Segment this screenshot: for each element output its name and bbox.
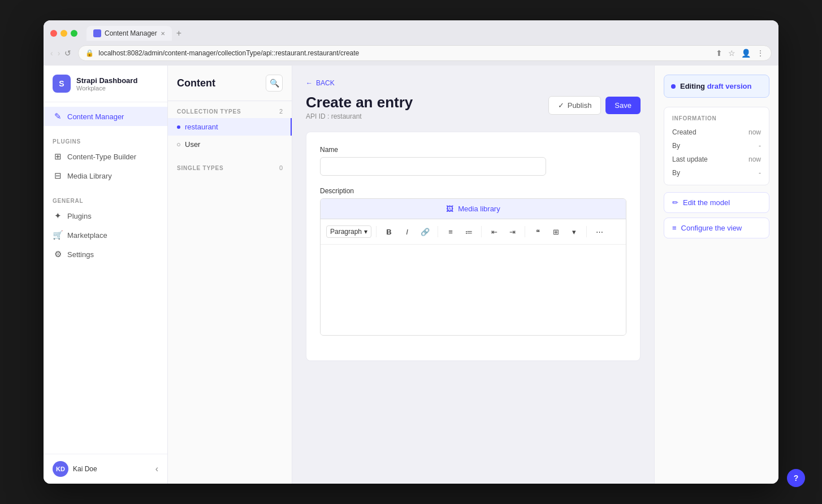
page-header: Create an entry API ID : restaurant ✓ Pu… [306, 94, 641, 120]
media-library-icon: ⊟ [53, 171, 63, 181]
media-library-icon: 🖼 [446, 205, 453, 213]
by-label: By [672, 142, 680, 150]
name-label: Name [320, 146, 626, 154]
refresh-nav-button[interactable]: ↺ [64, 49, 71, 58]
page-subtitle: API ID : restaurant [306, 112, 413, 120]
configure-view-button[interactable]: ≡ Configure the view [664, 218, 769, 238]
forward-nav-button[interactable]: › [58, 49, 60, 58]
more-button[interactable]: ⋯ [591, 224, 607, 240]
configure-view-icon: ≡ [672, 224, 677, 232]
quote-icon: ❝ [536, 228, 540, 236]
edit-model-button[interactable]: ✏ Edit the model [664, 192, 769, 213]
by-row: By - [672, 142, 761, 150]
minimize-button[interactable] [60, 30, 67, 37]
sidebar-nav-main: ✎ Content Manager [44, 102, 167, 131]
sidebar-item-media-library[interactable]: ⊟ Media Library [44, 166, 167, 185]
url-text: localhost:8082/admin/content-manager/col… [98, 49, 711, 57]
description-field-group: Description 🖼 Media library Paragraph ▾ [320, 187, 626, 336]
single-types-label: SINGLE TYPES [177, 165, 223, 171]
sidebar-item-plugins[interactable]: ✦ Plugins [44, 206, 167, 225]
ordered-list-button[interactable]: ≔ [461, 224, 477, 240]
sidebar-item-label-ctb: Content-Type Builder [67, 153, 136, 161]
sidebar-item-settings[interactable]: ⚙ Settings [44, 245, 167, 264]
toolbar-separator-5 [586, 226, 587, 237]
table-button[interactable]: ⊞ [548, 224, 564, 240]
media-library-button[interactable]: 🖼 Media library [321, 199, 626, 219]
back-link[interactable]: ← BACK [306, 79, 641, 87]
check-icon: ✓ [558, 101, 564, 110]
name-field-group: Name [320, 146, 626, 176]
publish-button[interactable]: ✓ Publish [548, 96, 602, 115]
by2-row: By - [672, 169, 761, 177]
collapse-sidebar-button[interactable]: ‹ [155, 464, 158, 474]
address-bar[interactable]: 🔒 localhost:8082/admin/content-manager/c… [78, 45, 772, 61]
collection-types-count: 2 [279, 108, 283, 115]
user-initials: KD [56, 466, 65, 472]
rich-text-editor: 🖼 Media library Paragraph ▾ B I [320, 198, 626, 336]
sidebar-header: S Strapi Dashboard Workplace [44, 66, 167, 102]
main-content: ← BACK Create an entry API ID : restaura… [292, 66, 654, 484]
last-update-label: Last update [672, 155, 708, 163]
italic-icon: I [406, 228, 408, 236]
indent-less-icon: ⇤ [491, 228, 497, 236]
toolbar-separator-2 [438, 226, 438, 237]
sidebar-plugins-section: PLUGINS ⊞ Content-Type Builder ⊟ Media L… [44, 131, 167, 190]
draft-text: Editing draft version [680, 82, 751, 90]
content-type-builder-icon: ⊞ [53, 151, 63, 162]
page-title: Create an entry [306, 94, 413, 111]
draft-dot [671, 84, 676, 89]
sidebar-footer: KD Kai Doe ‹ [44, 454, 167, 484]
user-name: Kai Doe [73, 465, 151, 473]
save-button[interactable]: Save [605, 97, 641, 114]
sidebar-item-content-manager[interactable]: ✎ Content Manager [44, 107, 167, 126]
link-button[interactable]: 🔗 [417, 224, 433, 240]
indent-more-icon: ⇥ [509, 228, 516, 236]
editor-body[interactable] [321, 245, 626, 335]
single-types-count: 0 [279, 164, 283, 171]
maximize-button[interactable] [71, 30, 77, 37]
back-nav-button[interactable]: ‹ [50, 49, 53, 58]
close-button[interactable] [50, 30, 57, 37]
collection-item-label-user: User [185, 140, 200, 149]
back-arrow-icon: ← [306, 79, 313, 87]
sidebar-general-section: GENERAL ✦ Plugins 🛒 Marketplace ⚙ Settin… [44, 190, 167, 268]
left-panel-header: Content 🔍 [168, 66, 292, 101]
editor-toolbar: Paragraph ▾ B I 🔗 ≡ ≔ [321, 219, 626, 245]
plugins-section-label: PLUGINS [44, 135, 167, 147]
last-update-row: Last update now [672, 155, 761, 163]
form-card: Name Description 🖼 Media library [306, 132, 641, 361]
indent-less-button[interactable]: ⇤ [486, 224, 502, 240]
name-input[interactable] [320, 157, 546, 176]
brand-info: Strapi Dashboard Workplace [76, 76, 137, 92]
bullet-list-button[interactable]: ≡ [443, 224, 458, 240]
tab-close-icon[interactable]: ✕ [161, 31, 165, 37]
bookmark-icon[interactable]: ☆ [728, 49, 736, 58]
bold-icon: B [386, 228, 391, 236]
quote-button[interactable]: ❝ [530, 224, 546, 240]
collection-item-user[interactable]: User [168, 136, 292, 153]
active-tab[interactable]: Content Manager ✕ [86, 26, 172, 41]
collection-types-header: COLLECTION TYPES 2 [168, 101, 292, 118]
table-expand-button[interactable]: ▾ [566, 224, 582, 240]
right-panel: Editing draft version INFORMATION Create… [654, 66, 778, 484]
sidebar-item-marketplace[interactable]: 🛒 Marketplace [44, 225, 167, 245]
sidebar: S Strapi Dashboard Workplace ✎ Content M… [44, 66, 168, 484]
bold-button[interactable]: B [381, 224, 397, 240]
brand-sub: Workplace [76, 85, 137, 92]
sidebar-item-content-type-builder[interactable]: ⊞ Content-Type Builder [44, 147, 167, 166]
italic-button[interactable]: I [399, 224, 415, 240]
collection-item-restaurant[interactable]: restaurant [168, 118, 292, 136]
paragraph-select[interactable]: Paragraph ▾ [326, 225, 371, 238]
profile-icon[interactable]: 👤 [741, 49, 751, 58]
brand-logo: S [53, 75, 71, 93]
sidebar-item-label-ml: Media Library [67, 172, 112, 180]
search-button[interactable]: 🔍 [266, 75, 283, 92]
sidebar-item-label: Content Manager [67, 112, 124, 121]
information-card: INFORMATION Created now By - Last update… [664, 107, 769, 185]
share-icon[interactable]: ⬆ [716, 49, 723, 58]
new-tab-button[interactable]: + [174, 26, 184, 41]
logo-text: S [59, 79, 64, 88]
nav-buttons: ‹ › ↺ [50, 49, 71, 58]
indent-more-button[interactable]: ⇥ [504, 224, 520, 240]
menu-icon[interactable]: ⋮ [756, 49, 764, 58]
